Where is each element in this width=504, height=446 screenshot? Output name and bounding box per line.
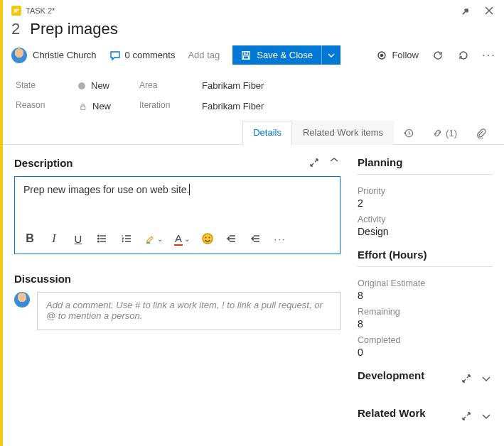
area-label: Area	[139, 80, 173, 90]
state-dot-icon	[78, 82, 85, 89]
indent-button[interactable]	[225, 231, 238, 246]
undo-icon[interactable]	[457, 49, 470, 62]
iteration-value: Fabrikam Fiber	[202, 101, 264, 111]
emoji-button[interactable]	[201, 231, 214, 246]
add-tag-button[interactable]: Add tag	[188, 50, 220, 60]
svg-point-11	[205, 237, 207, 239]
remaining-label: Remaining	[358, 307, 493, 317]
svg-point-12	[209, 237, 210, 239]
orig-estimate-value[interactable]: 8	[358, 290, 493, 301]
expand-icon[interactable]	[460, 410, 473, 423]
tab-links[interactable]: (1)	[423, 121, 466, 145]
priority-label: Priority	[358, 186, 493, 196]
svg-rect-5	[81, 106, 85, 109]
restore-icon[interactable]	[460, 4, 473, 17]
planning-heading: Planning	[358, 156, 493, 168]
work-item-id: 2	[11, 20, 20, 38]
underline-button[interactable]: U	[72, 231, 85, 246]
more-formatting-button[interactable]: ···	[274, 231, 286, 246]
collapse-icon[interactable]	[328, 156, 341, 169]
assigned-to[interactable]: Christie Church	[11, 48, 97, 63]
chevron-down-icon[interactable]	[480, 410, 493, 423]
follow-label: Follow	[392, 50, 419, 60]
completed-value[interactable]: 0	[358, 347, 493, 358]
completed-label: Completed	[358, 335, 493, 345]
activity-value[interactable]: Design	[358, 226, 493, 237]
state-label: State	[16, 80, 50, 90]
related-work-heading: Related Work	[358, 407, 460, 419]
avatar	[11, 48, 27, 63]
iteration-field[interactable]: Fabrikam Fiber	[202, 101, 264, 111]
area-value: Fabrikam Fiber	[202, 80, 264, 91]
remaining-value[interactable]: 8	[358, 318, 493, 330]
bold-button[interactable]: B	[23, 231, 36, 246]
save-close-button[interactable]: Save & Close	[232, 45, 321, 65]
highlight-button[interactable]: ⌄	[144, 231, 163, 246]
more-icon[interactable]: ···	[483, 49, 495, 62]
svg-rect-2	[244, 55, 249, 58]
svg-point-4	[381, 54, 383, 56]
description-heading: Description	[14, 157, 308, 169]
italic-button[interactable]: I	[48, 231, 60, 246]
outdent-button[interactable]	[250, 231, 262, 246]
discussion-heading: Discussion	[14, 273, 341, 285]
area-field[interactable]: Fabrikam Fiber	[202, 80, 264, 91]
reason-value: New	[92, 101, 111, 111]
activity-label: Activity	[358, 214, 493, 224]
comments-button[interactable]: 0 comments	[109, 50, 176, 61]
comments-count: 0 comments	[125, 50, 176, 60]
state-value: New	[91, 80, 109, 91]
bullet-list-button[interactable]	[96, 231, 109, 246]
save-close-label: Save & Close	[257, 50, 313, 60]
links-count: (1)	[446, 128, 457, 138]
state-field[interactable]: New	[78, 80, 111, 91]
effort-heading: Effort (Hours)	[358, 249, 493, 261]
tab-history[interactable]	[394, 121, 423, 145]
numbered-list-button[interactable]	[120, 231, 133, 246]
task-tab-label: TASK 2*	[26, 6, 55, 15]
svg-point-9	[98, 241, 100, 242]
reason-label: Reason	[16, 100, 50, 110]
development-heading: Development	[358, 369, 460, 381]
svg-point-10	[203, 234, 213, 244]
close-icon[interactable]	[483, 4, 495, 17]
task-icon	[11, 6, 21, 16]
comment-input[interactable]: Add a comment. Use # to link a work item…	[37, 292, 341, 330]
avatar	[14, 292, 30, 308]
refresh-icon[interactable]	[431, 49, 444, 62]
expand-icon[interactable]	[308, 156, 321, 169]
svg-point-8	[98, 238, 100, 239]
tab-attachments[interactable]	[466, 121, 495, 145]
assigned-to-name: Christie Church	[33, 50, 97, 60]
priority-value[interactable]: 2	[358, 197, 493, 209]
orig-estimate-label: Original Estimate	[358, 278, 493, 288]
chevron-down-icon[interactable]	[480, 372, 493, 385]
svg-point-7	[98, 235, 100, 236]
work-item-title[interactable]: Prep images	[30, 20, 118, 38]
text-color-button[interactable]: A⌄	[174, 231, 190, 246]
reason-field[interactable]: New	[78, 101, 111, 111]
iteration-label: Iteration	[139, 100, 173, 110]
tab-related-work-items[interactable]: Related Work items	[292, 121, 394, 145]
follow-button[interactable]: Follow	[376, 50, 419, 61]
svg-rect-1	[245, 51, 248, 54]
tab-details[interactable]: Details	[242, 121, 292, 145]
expand-icon[interactable]	[460, 372, 473, 385]
description-text[interactable]: Prep new images for use on web site.	[15, 177, 340, 227]
description-editor[interactable]: Prep new images for use on web site. B I…	[14, 176, 341, 254]
save-dropdown-button[interactable]	[321, 45, 341, 65]
